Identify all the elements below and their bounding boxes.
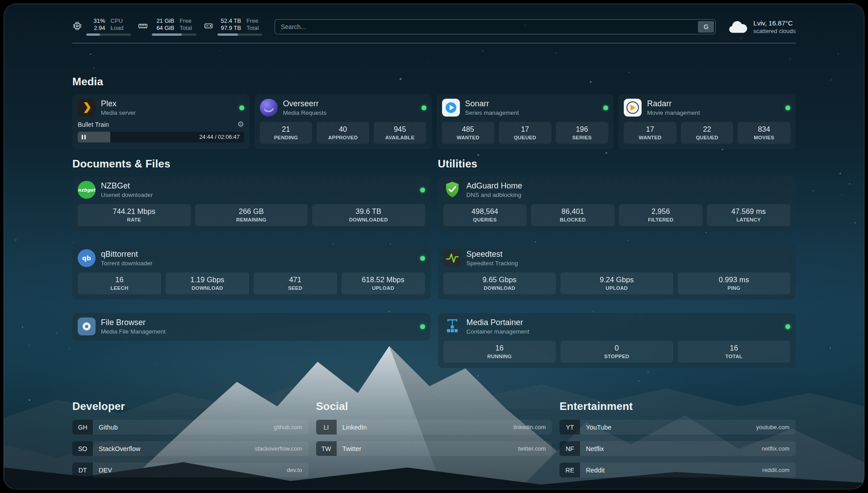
service-card-radarr[interactable]: RadarrMovie management17WANTED22QUEUED83… [618,94,796,149]
stat-blocked: 86,401BLOCKED [531,204,614,226]
service-name: AdGuard Home [467,181,522,191]
bookmark-url: linkedin.com [513,420,552,435]
bookmark-dev[interactable]: DTDEVdev.to [72,463,309,477]
service-card-speedtest[interactable]: SpeedtestSpeedtest Tracking9.65 GbpsDOWN… [438,245,796,300]
service-name: Radarr [647,99,700,109]
bookmark-name: Github [93,420,118,435]
overseerr-icon [260,99,278,117]
bookmark-reddit[interactable]: RERedditreddit.com [559,463,796,477]
stat-value: 834 [739,125,789,134]
bookmark-twitter[interactable]: TWTwittertwitter.com [316,441,552,456]
playback-progress-bar[interactable]: 24:44 / 02:06:47 [78,132,244,142]
service-card-portainer[interactable]: Media PortainerContainer management16RUN… [438,313,796,368]
bookmark-github[interactable]: GHGithubgithub.com [72,420,309,435]
section-title-entertainment: Entertainment [559,400,796,413]
service-name: Plex [101,99,136,109]
header-divider [72,43,796,43]
stat-value: 0 [562,344,672,352]
nzbget-icon: nzbget [78,181,96,199]
cpu-chip-icon [72,21,82,31]
cpu-load: 2.94 [86,25,105,31]
adguard-shield-icon [443,181,461,199]
stat-label: WANTED [626,135,675,140]
stat-series: 196SERIES [556,122,609,144]
stat-label: UPLOAD [562,285,672,291]
stat-label: STOPPED [562,354,672,359]
service-name: Overseerr [283,99,327,109]
stat-label: SERIES [558,135,607,140]
service-name: File Browser [101,318,166,327]
cpu-widget: 31% CPU 2.94 Load [72,17,131,36]
bookmark-stackoverflow[interactable]: SOStackOverflowstackoverflow.com [72,441,309,456]
service-card-adguard[interactable]: AdGuard HomeDNS and adblocking498,564QUE… [438,176,796,231]
service-subtitle: Series management [465,109,519,116]
stat-value: 16 [680,344,789,352]
bookmark-abbr: DT [72,463,93,477]
stat-value: 618.52 Mbps [343,276,423,284]
stat-value: 17 [626,125,675,134]
disk-free-label: Free [246,17,262,24]
bookmark-name: Twitter [337,441,362,456]
stat-value: 9.65 Gbps [445,276,555,284]
section-title-social: Social [316,400,552,413]
section-title-utilities: Utilities [438,158,796,170]
settings-gear-icon[interactable]: ⚙ [238,121,244,128]
pause-icon[interactable] [82,135,86,139]
service-subtitle: Media Requests [283,109,327,116]
stat-download: 9.65 GbpsDOWNLOAD [443,272,556,294]
bookmark-name: LinkedIn [337,420,367,435]
service-subtitle: Torrent downloader [101,260,153,267]
status-dot-online [421,105,426,110]
bookmark-url: reddit.com [762,463,796,477]
stat-queries: 498,564QUERIES [443,204,527,226]
stat-approved: 40APPROVED [317,122,369,144]
stat-value: 945 [376,125,425,134]
cpu-load-label: Load [111,25,131,31]
stat-label: SEED [255,285,335,291]
memory-total-label: Total [179,25,196,31]
stat-value: 1.19 Gbps [167,276,247,284]
service-subtitle: Usenet downloader [101,192,153,198]
disk-icon [204,21,213,31]
service-card-nzbget[interactable]: nzbgetNZBGetUsenet downloader744.21 Mbps… [72,176,430,231]
bookmark-netflix[interactable]: NFNetflixnetflix.com [559,441,796,456]
service-subtitle: Media server [101,109,136,116]
service-card-sonarr[interactable]: SonarrSeries management485WANTED17QUEUED… [437,94,614,149]
speedtest-graph-icon [443,249,461,267]
bookmark-abbr: LI [316,420,337,435]
memory-free-label: Free [179,17,196,24]
service-name: Speedtest [467,250,518,259]
qbittorrent-icon: qb [78,249,96,267]
stat-latency: 47.569 msLATENCY [707,204,790,226]
stat-running: 16RUNNING [443,341,556,363]
status-dot-online [239,105,244,110]
bookmark-youtube[interactable]: YTYouTubeyoutube.com [559,420,796,435]
bookmark-abbr: NF [559,441,580,456]
bookmark-linkedin[interactable]: LILinkedInlinkedin.com [316,420,552,435]
bookmark-abbr: GH [72,420,93,435]
search-provider-button[interactable]: G [698,21,714,33]
stat-label: REMAINING [197,217,306,222]
service-card-filebrowser[interactable]: File BrowserMedia File Management [72,313,430,341]
stat-filtered: 2,956FILTERED [619,204,702,226]
service-subtitle: Media File Management [101,328,166,335]
stat-label: DOWNLOAD [167,285,247,291]
stat-value: 471 [255,276,335,284]
service-card-plex[interactable]: PlexMedia serverBullet Train⚙24:44 / 02:… [72,94,250,149]
stat-value: 2,956 [621,207,701,216]
stat-value: 39.6 TB [314,207,423,216]
stat-value: 196 [558,125,607,134]
search-bar[interactable]: G [275,19,716,34]
stat-movies: 834MOVIES [738,122,790,144]
memory-widget: 21 GiB Free 64 GiB Total [138,17,196,36]
stat-value: 266 GB [197,207,306,216]
service-card-overseerr[interactable]: OverseerrMedia Requests21PENDING40APPROV… [255,94,432,149]
svg-text:qb: qb [82,255,91,262]
stat-value: 86,401 [533,207,613,216]
search-input[interactable] [276,23,698,30]
stat-value: 22 [683,125,732,134]
now-playing-title: Bullet Train [78,121,109,128]
bookmark-url: github.com [274,420,309,435]
service-card-qbittorrent[interactable]: qbqBittorrentTorrent downloader16LEECH1.… [72,245,430,300]
bookmark-abbr: SO [72,441,93,456]
